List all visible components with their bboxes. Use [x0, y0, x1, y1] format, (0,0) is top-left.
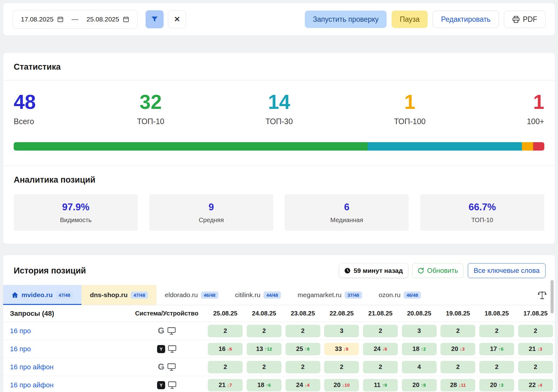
position-value: 13: [256, 345, 263, 352]
date-to-field[interactable]: 25.08.2025: [86, 16, 129, 23]
date-header: 22.08.25: [322, 310, 361, 317]
position-value: 2: [301, 363, 305, 371]
position-cell: 2: [208, 361, 243, 373]
keyword-link[interactable]: 16 про: [10, 345, 31, 353]
toolbar-actions: Запустить проверку Пауза Редактировать P…: [305, 11, 546, 28]
run-check-button[interactable]: Запустить проверку: [305, 11, 387, 28]
position-cell: 2: [479, 325, 514, 337]
position-column-cell: 3: [322, 325, 361, 337]
printer-icon: [512, 16, 520, 23]
position-cell: 2: [247, 361, 281, 373]
position-value: 3: [417, 327, 421, 334]
position-column-cell: 16↓6: [206, 343, 245, 355]
position-cell: 24↓4: [286, 379, 320, 391]
last-updated-badge: 59 минут назад: [339, 264, 408, 278]
position-column-cell: 25↑8: [283, 343, 322, 355]
history-title: История позиций: [14, 266, 86, 276]
metric-value-top10: 66.7%: [468, 202, 496, 213]
position-column-cell: 2: [361, 325, 400, 337]
position-value: 20: [412, 381, 419, 389]
keyword-count-badge: 46/48: [404, 292, 421, 299]
position-cell: 2: [440, 325, 475, 337]
keyword-link[interactable]: 16 про айфон: [10, 381, 53, 389]
bar-segment-over100: [533, 142, 544, 151]
project-tab-mvideo.ru[interactable]: mvideo.ru47/48: [3, 285, 81, 305]
project-tab-dns-shop.ru[interactable]: dns-shop.ru47/48: [81, 285, 156, 305]
stat-label-total: Всего: [14, 117, 36, 126]
history-card: История позиций 59 минут назад Обновить …: [3, 255, 555, 392]
all-keywords-button[interactable]: Все ключевые слова: [468, 263, 546, 278]
bar-segment-top10: [14, 142, 368, 151]
project-tab-label: megamarket.ru: [298, 291, 342, 299]
stat-value-total: 48: [14, 92, 36, 112]
position-cell: 16↓6: [208, 343, 243, 355]
project-tab-megamarket.ru[interactable]: megamarket.ru37/48: [289, 285, 370, 305]
position-cell: 21↓3: [518, 343, 553, 355]
keyword-cell: 16 про: [3, 327, 128, 335]
edit-button[interactable]: Редактировать: [433, 11, 499, 28]
home-icon: [12, 292, 18, 298]
date-from-value: 17.08.2025: [21, 16, 53, 23]
metric-top10: 66.7%ТОП-10: [420, 194, 544, 231]
position-delta-up: ↑2: [421, 346, 426, 352]
stat-value-over100: 1: [527, 92, 544, 112]
position-column-cell: 2: [206, 361, 245, 373]
position-delta-up: ↑3: [499, 382, 504, 388]
position-value: 2: [340, 363, 343, 371]
stat-value-top100: 1: [394, 92, 426, 112]
metric-visibility: 97.9%Видимость: [14, 194, 138, 231]
refresh-button[interactable]: Обновить: [412, 263, 463, 278]
metric-median: 6Медианная: [285, 194, 409, 231]
position-column-cell: 20↑8: [400, 379, 439, 391]
system-device-cell: Y: [128, 345, 206, 353]
table-row: 16 про айфонG222224222: [3, 358, 555, 376]
vertical-scrollbar[interactable]: [551, 280, 554, 314]
position-delta-down: ↓10: [342, 382, 350, 388]
position-cell: 11↑9: [363, 379, 398, 391]
keyword-count-badge: 47/48: [56, 292, 73, 299]
position-value: 2: [495, 363, 498, 371]
position-value: 28: [450, 381, 457, 389]
project-tabs: mvideo.ru47/48dns-shop.ru47/48eldorado.r…: [3, 285, 429, 305]
project-tab-eldorado.ru[interactable]: eldorado.ru46/48: [156, 285, 227, 305]
metric-label-median: Медианная: [330, 217, 363, 224]
position-value: 2: [534, 363, 537, 371]
stat-top100: 1ТОП-100: [394, 92, 426, 126]
position-cell: 3: [402, 325, 437, 337]
filter-button[interactable]: [146, 10, 164, 28]
position-cell: 20↑8: [402, 379, 437, 391]
position-delta-down: ↓4: [537, 382, 542, 388]
position-column-cell: 2: [516, 361, 555, 373]
project-tab-citilink.ru[interactable]: citilink.ru44/48: [227, 285, 289, 305]
keyword-link[interactable]: 16 про айфон: [10, 363, 53, 371]
project-tabs-row: mvideo.ru47/48dns-shop.ru47/48eldorado.r…: [3, 285, 555, 305]
position-value: 24: [374, 345, 380, 352]
keyword-link[interactable]: 16 про: [10, 327, 31, 335]
position-delta-up: ↑9: [382, 382, 387, 388]
date-from-field[interactable]: 17.08.2025: [21, 16, 63, 23]
pause-button[interactable]: Пауза: [392, 11, 428, 28]
position-column-cell: 2: [245, 325, 284, 337]
metric-average: 9Средняя: [149, 194, 273, 231]
position-delta-down: ↓4: [305, 382, 309, 388]
position-cell: 2: [363, 361, 398, 373]
position-value: 24: [296, 381, 303, 389]
position-delta-down: ↓6: [227, 346, 232, 352]
toolbar: 17.08.2025 — 25.08.2025 ✕ Запустить пров…: [3, 3, 555, 35]
position-value: 25: [296, 345, 303, 352]
position-cell: 2: [208, 325, 243, 337]
stats-row: 48Всего32ТОП-1014ТОП-301ТОП-1001100+: [14, 80, 544, 126]
bar-segment-top100: [522, 142, 533, 151]
position-cell: 2: [247, 325, 281, 337]
position-cell: 25↑8: [286, 343, 320, 355]
pdf-button[interactable]: PDF: [504, 11, 546, 28]
system-device-cell: G: [128, 363, 206, 371]
position-value: 18: [412, 345, 419, 352]
keyword-count-badge: 37/48: [345, 292, 362, 299]
project-tab-ozon.ru[interactable]: ozon.ru46/48: [370, 285, 430, 305]
calendar-icon: [57, 16, 63, 22]
keyword-cell: 16 про: [3, 345, 128, 353]
system-device-header: Система/Устройство: [128, 310, 206, 317]
clear-filter-button[interactable]: ✕: [168, 10, 186, 28]
position-delta-up: ↑6: [266, 382, 271, 388]
